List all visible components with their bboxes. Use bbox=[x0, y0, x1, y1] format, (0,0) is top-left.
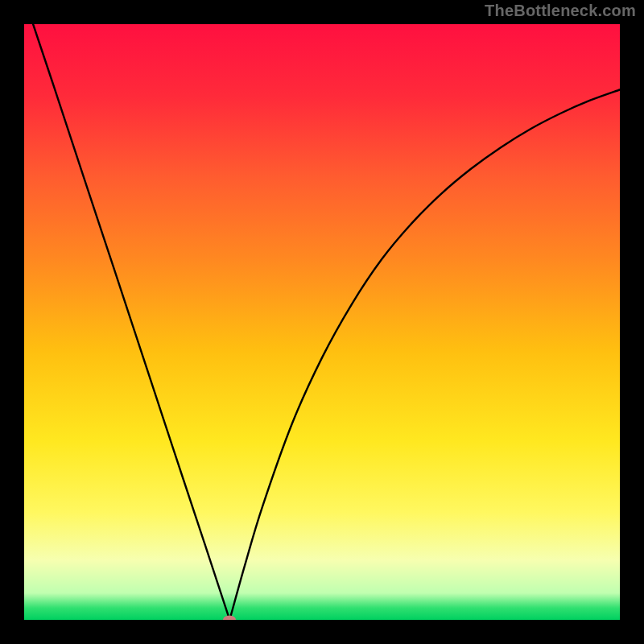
gradient-background bbox=[24, 24, 620, 620]
plot-area bbox=[24, 24, 620, 620]
chart-svg bbox=[24, 24, 620, 620]
chart-frame: TheBottleneck.com bbox=[0, 0, 644, 644]
watermark-text: TheBottleneck.com bbox=[485, 2, 636, 20]
minimum-marker bbox=[223, 616, 236, 621]
